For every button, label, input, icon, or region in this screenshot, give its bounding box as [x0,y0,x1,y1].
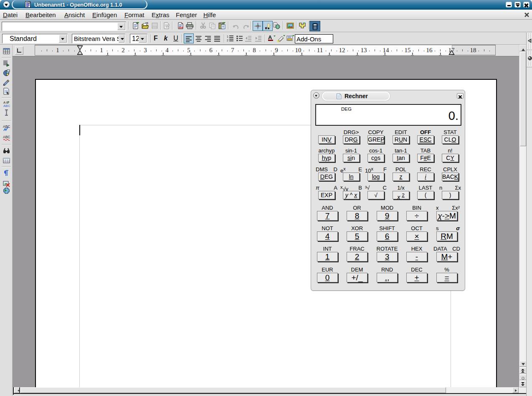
svg-text:1: 1 [227,35,228,38]
svg-text:ABC: ABC [3,135,10,139]
svg-text:2: 2 [227,39,228,42]
svg-text:ABC: ABC [3,104,10,107]
svg-text:ABC: ABC [3,124,10,129]
svg-text:A: A [268,35,272,41]
